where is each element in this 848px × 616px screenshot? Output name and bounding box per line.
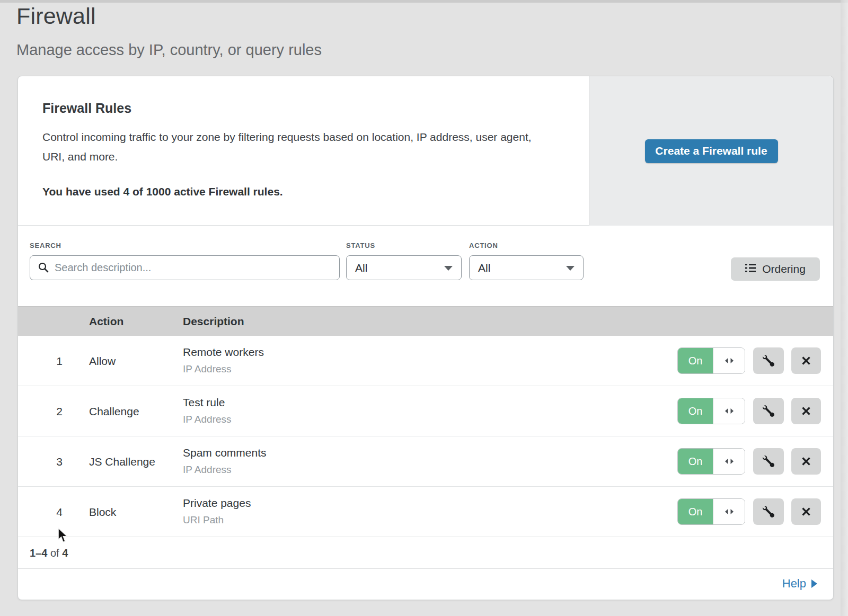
toggle-drag-handle[interactable] xyxy=(713,449,745,474)
toggle-drag-handle[interactable] xyxy=(713,348,745,373)
toggle-on-label: On xyxy=(678,348,713,373)
page-subtitle: Manage access by IP, country, or query r… xyxy=(16,41,322,59)
rule-description: Private pages xyxy=(183,497,251,510)
search-label: SEARCH xyxy=(30,242,61,249)
page-title: Firewall xyxy=(16,3,96,29)
wrench-icon xyxy=(763,355,774,367)
rule-priority: 1 xyxy=(50,336,69,386)
column-header-description: Description xyxy=(183,307,244,336)
column-header-action: Action xyxy=(89,307,123,336)
edit-rule-button[interactable] xyxy=(753,448,784,475)
ordering-button[interactable]: Ordering xyxy=(731,257,820,281)
rule-action: Block xyxy=(89,487,116,537)
delete-rule-button[interactable] xyxy=(791,347,821,374)
status-select-value: All xyxy=(355,262,367,274)
rule-description: Remote workers xyxy=(183,346,264,359)
table-row: 2 Challenge Test rule IP Address On xyxy=(18,386,833,436)
wrench-icon xyxy=(763,506,774,517)
search-icon xyxy=(38,262,49,275)
toggle-drag-handle[interactable] xyxy=(713,499,745,524)
delete-rule-button[interactable] xyxy=(791,498,821,525)
rules-table-body: 1 Allow Remote workers IP Address On xyxy=(18,336,833,537)
status-select[interactable]: All xyxy=(346,255,462,280)
rule-enabled-toggle[interactable]: On xyxy=(677,498,745,525)
ordering-button-label: Ordering xyxy=(762,263,806,275)
create-firewall-rule-button[interactable]: Create a Firewall rule xyxy=(645,139,778,163)
arrow-right-icon xyxy=(811,579,817,588)
delete-rule-button[interactable] xyxy=(791,448,821,475)
rule-enabled-toggle[interactable]: On xyxy=(677,448,745,475)
close-icon xyxy=(801,406,811,416)
left-right-arrows-icon xyxy=(724,358,735,364)
rule-match-type: IP Address xyxy=(183,414,232,425)
table-row: 3 JS Challenge Spam comments IP Address … xyxy=(18,436,833,487)
wrench-icon xyxy=(763,405,774,417)
rule-match-type: IP Address xyxy=(183,363,232,375)
rules-table-header: Action Description xyxy=(18,306,833,336)
rule-match-type: URI Path xyxy=(183,514,224,526)
rule-action: Challenge xyxy=(89,386,139,436)
help-link-label: Help xyxy=(782,569,806,599)
left-right-arrows-icon xyxy=(724,458,735,465)
wrench-icon xyxy=(763,456,774,467)
pagination-of: of xyxy=(50,547,59,559)
left-right-arrows-icon xyxy=(724,508,735,515)
rule-priority: 4 xyxy=(50,487,69,537)
pagination-row: 1–4 of 4 xyxy=(18,537,833,569)
search-field-wrapper xyxy=(30,255,340,280)
rule-enabled-toggle[interactable]: On xyxy=(677,347,745,374)
close-icon xyxy=(801,456,811,467)
rule-action: JS Challenge xyxy=(89,436,155,487)
toggle-drag-handle[interactable] xyxy=(713,398,745,424)
toggle-on-label: On xyxy=(678,499,713,524)
rules-usage-text: You have used 4 of 1000 active Firewall … xyxy=(42,185,283,198)
action-select[interactable]: All xyxy=(469,255,584,280)
left-right-arrows-icon xyxy=(724,408,735,414)
rule-enabled-toggle[interactable]: On xyxy=(677,398,745,424)
pagination-total: 4 xyxy=(62,547,68,559)
pagination-range: 1–4 xyxy=(30,547,47,559)
action-select-value: All xyxy=(478,262,490,274)
list-icon xyxy=(745,263,756,275)
help-link[interactable]: Help xyxy=(782,569,817,599)
chevron-down-icon xyxy=(566,266,575,271)
firewall-rules-card: Firewall Rules Control incoming traffic … xyxy=(17,76,834,600)
chevron-down-icon xyxy=(444,266,453,271)
section-description: Control incoming traffic to your zone by… xyxy=(42,127,546,166)
close-icon xyxy=(801,355,811,366)
toggle-on-label: On xyxy=(678,449,713,474)
rule-priority: 2 xyxy=(50,386,69,436)
rule-match-type: IP Address xyxy=(183,464,232,476)
rule-description: Spam comments xyxy=(183,447,267,459)
window-top-edge xyxy=(0,0,848,3)
edit-rule-button[interactable] xyxy=(753,498,784,525)
search-input[interactable] xyxy=(30,255,340,280)
edit-rule-button[interactable] xyxy=(753,398,784,424)
edit-rule-button[interactable] xyxy=(753,347,784,374)
toggle-on-label: On xyxy=(678,398,713,424)
delete-rule-button[interactable] xyxy=(791,398,821,424)
action-label: ACTION xyxy=(469,242,498,249)
table-row: 1 Allow Remote workers IP Address On xyxy=(18,336,833,386)
window-right-edge xyxy=(841,0,848,616)
rule-action: Allow xyxy=(89,336,116,386)
status-label: STATUS xyxy=(346,242,375,249)
section-heading: Firewall Rules xyxy=(42,101,131,116)
help-row: Help xyxy=(18,569,833,600)
create-rule-panel: Create a Firewall rule xyxy=(589,76,833,226)
firewall-rules-hero: Firewall Rules Control incoming traffic … xyxy=(18,76,833,226)
rule-description: Test rule xyxy=(183,396,225,409)
rule-priority: 3 xyxy=(50,436,69,487)
close-icon xyxy=(801,506,811,517)
table-row: 4 Block Private pages URI Path On xyxy=(18,487,833,537)
